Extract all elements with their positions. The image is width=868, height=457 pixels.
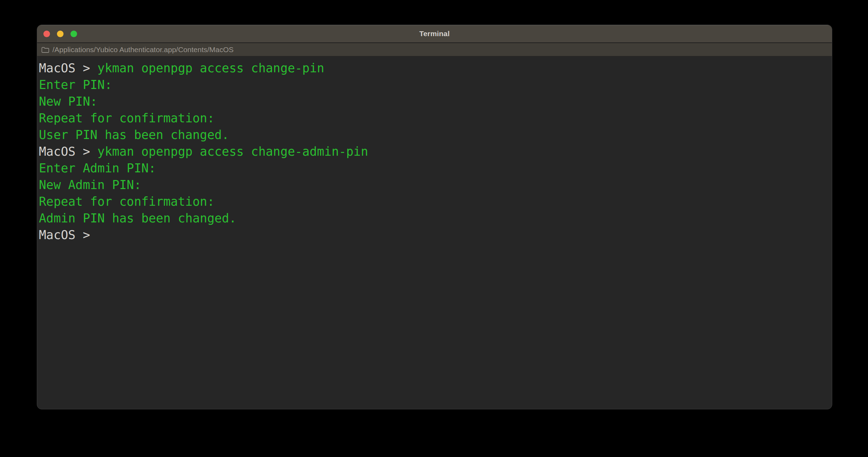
output-text: Admin PIN has been changed. (39, 211, 236, 225)
output-text: New PIN: (39, 95, 98, 108)
terminal-window: Terminal /Applications/Yubico Authentica… (37, 25, 832, 409)
pathbar: /Applications/Yubico Authenticator.app/C… (37, 42, 832, 56)
shell-prompt: MacOS > (39, 145, 90, 158)
working-directory-path: /Applications/Yubico Authenticator.app/C… (52, 46, 234, 54)
output-text: User PIN has been changed. (39, 128, 229, 142)
terminal-line: MacOS > ykman openpgp access change-pin (39, 60, 829, 76)
terminal-output-area[interactable]: MacOS > ykman openpgp access change-pinE… (37, 56, 832, 243)
terminal-line: Admin PIN has been changed. (39, 210, 829, 227)
terminal-line: MacOS > ykman openpgp access change-admi… (39, 143, 829, 160)
terminal-line: New PIN: (39, 93, 829, 110)
maximize-button-icon[interactable] (70, 31, 77, 37)
output-text: Enter PIN: (39, 78, 112, 92)
terminal-line: User PIN has been changed. (39, 127, 829, 143)
output-text: Repeat for confirmation: (39, 111, 215, 125)
window-title: Terminal (419, 30, 450, 38)
command-text: ykman openpgp access change-pin (98, 61, 324, 75)
terminal-line: Enter PIN: (39, 76, 829, 93)
shell-prompt: MacOS > (39, 228, 90, 242)
command-text: ykman openpgp access change-admin-pin (98, 145, 368, 158)
terminal-line: Repeat for confirmation: (39, 193, 829, 210)
shell-prompt: MacOS > (39, 61, 90, 75)
traffic-lights (43, 25, 77, 42)
terminal-line: MacOS > (39, 227, 829, 243)
minimize-button-icon[interactable] (57, 31, 64, 37)
close-button-icon[interactable] (43, 31, 50, 37)
output-text: Enter Admin PIN: (39, 161, 156, 175)
titlebar[interactable]: Terminal (37, 25, 832, 42)
terminal-line: Enter Admin PIN: (39, 160, 829, 177)
output-text: Repeat for confirmation: (39, 195, 215, 209)
terminal-line: New Admin PIN: (39, 177, 829, 193)
output-text: New Admin PIN: (39, 178, 141, 192)
folder-icon (41, 47, 49, 53)
terminal-line: Repeat for confirmation: (39, 110, 829, 127)
